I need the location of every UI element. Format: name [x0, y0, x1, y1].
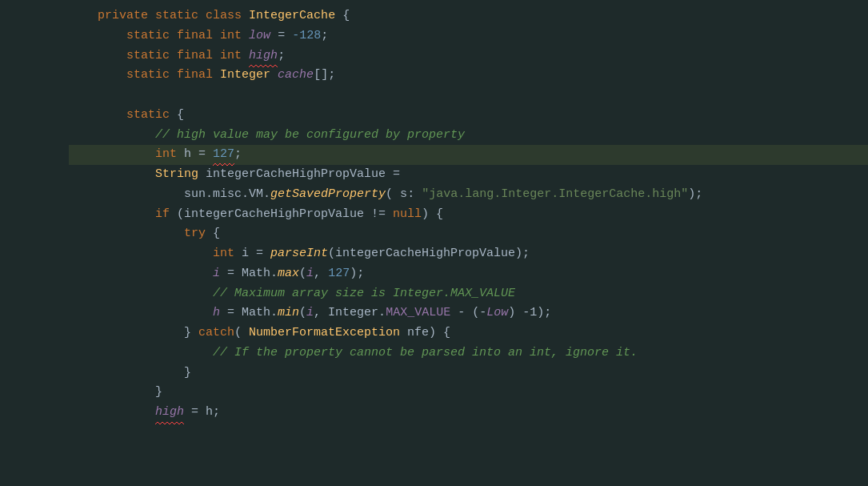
- code-line: private static class IntegerCache {: [69, 6, 868, 26]
- code-line: }: [69, 383, 868, 403]
- code-line: if (integerCacheHighPropValue != null) {: [69, 205, 868, 225]
- code-line: static final Integer cache[];: [69, 66, 868, 86]
- code-line: String integerCacheHighPropValue =: [69, 165, 868, 185]
- code-line: static {: [69, 106, 868, 126]
- code-line: int i = parseInt(integerCacheHighPropVal…: [69, 244, 868, 264]
- code-line: // Maximum array size is Integer.MAX_VAL…: [69, 284, 868, 304]
- code-line: static final int low = -128;: [69, 26, 868, 46]
- code-line: [69, 86, 868, 106]
- code-area: private static class IntegerCache { stat…: [0, 0, 868, 486]
- code-line: sun.misc.VM.getSavedProperty( s: "java.l…: [69, 185, 868, 205]
- code-content: private static class IntegerCache { stat…: [56, 5, 868, 486]
- code-line: static final int high;: [69, 46, 868, 66]
- code-line: // If the property cannot be parsed into…: [69, 343, 868, 363]
- code-editor: private static class IntegerCache { stat…: [0, 0, 868, 486]
- code-line: int h = 127;: [69, 145, 868, 165]
- line-numbers: [32, 5, 56, 486]
- code-line: i = Math.max(i, 127);: [69, 264, 868, 284]
- code-line: try {: [69, 224, 868, 244]
- code-line: // high value may be configured by prope…: [69, 126, 868, 146]
- code-line: high = h;: [69, 403, 868, 423]
- code-line: h = Math.min(i, Integer.MAX_VALUE - (-Lo…: [69, 303, 868, 323]
- code-line: } catch( NumberFormatException nfe) {: [69, 323, 868, 343]
- gutter: [0, 5, 32, 486]
- code-line: }: [69, 363, 868, 384]
